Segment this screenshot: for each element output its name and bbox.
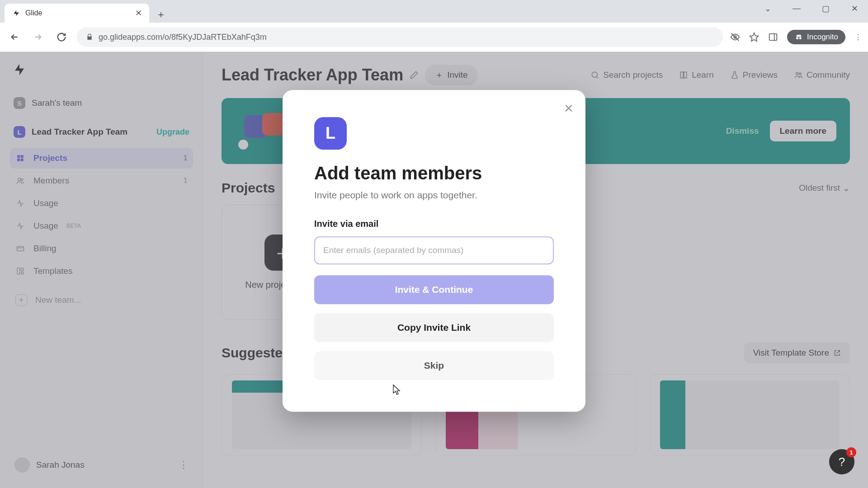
help-button[interactable]: ? 1 — [829, 449, 854, 474]
close-window-icon[interactable]: ✕ — [845, 4, 863, 14]
lock-icon — [86, 33, 93, 41]
minimize-icon[interactable]: — — [788, 4, 806, 14]
incognito-label: Incognito — [807, 33, 838, 42]
notification-badge: 1 — [846, 447, 856, 457]
copy-invite-link-button[interactable]: Copy Invite Link — [314, 313, 554, 342]
address-bar[interactable]: go.glideapps.com/o/8f5KyJDJaRTEbXahFq3m — [77, 27, 723, 47]
email-input[interactable] — [314, 236, 554, 264]
maximize-icon[interactable]: ▢ — [816, 4, 835, 14]
close-tab-icon[interactable]: ✕ — [135, 8, 142, 18]
window-controls: ⌄ — ▢ ✕ — [759, 4, 863, 14]
forward-button[interactable] — [30, 29, 46, 45]
reload-button[interactable] — [53, 29, 70, 45]
browser-chrome: ⌄ — ▢ ✕ Glide ✕ ＋ go.glideapps.com/o/8f5… — [0, 0, 868, 52]
new-tab-button[interactable]: ＋ — [153, 6, 169, 23]
modal-subtitle: Invite people to work on apps together. — [314, 190, 554, 201]
svg-rect-3 — [769, 34, 777, 41]
chevron-down-icon[interactable]: ⌄ — [759, 4, 777, 14]
incognito-icon — [794, 33, 803, 42]
panel-icon[interactable] — [768, 32, 778, 42]
address-bar-row: go.glideapps.com/o/8f5KyJDJaRTEbXahFq3m … — [0, 23, 868, 52]
modal-label: Invite via email — [314, 219, 554, 229]
eye-off-icon[interactable] — [730, 32, 740, 42]
app-root: S Sarah's team L Lead Tracker App Team U… — [0, 52, 868, 488]
star-icon[interactable] — [749, 32, 759, 42]
close-icon[interactable]: ✕ — [564, 102, 574, 116]
modal-title: Add team members — [314, 163, 554, 183]
svg-marker-2 — [750, 33, 758, 41]
url-text: go.glideapps.com/o/8f5KyJDJaRTEbXahFq3m — [99, 33, 267, 42]
browser-tab[interactable]: Glide ✕ — [5, 4, 149, 23]
tab-title: Glide — [25, 9, 42, 17]
svg-point-5 — [796, 37, 798, 39]
back-button[interactable] — [6, 29, 23, 45]
skip-button[interactable]: Skip — [314, 351, 554, 380]
glide-favicon-icon — [12, 9, 21, 18]
add-members-modal: ✕ L Add team members Invite people to wo… — [283, 90, 585, 412]
svg-point-6 — [799, 37, 802, 39]
incognito-badge[interactable]: Incognito — [787, 30, 845, 44]
team-badge-icon: L — [314, 117, 347, 150]
invite-continue-button[interactable]: Invite & Continue — [314, 275, 554, 304]
kebab-menu-icon[interactable]: ⋮ — [854, 33, 862, 42]
browser-right-icons: Incognito ⋮ — [730, 30, 862, 44]
tab-bar: Glide ✕ ＋ — [0, 0, 868, 23]
